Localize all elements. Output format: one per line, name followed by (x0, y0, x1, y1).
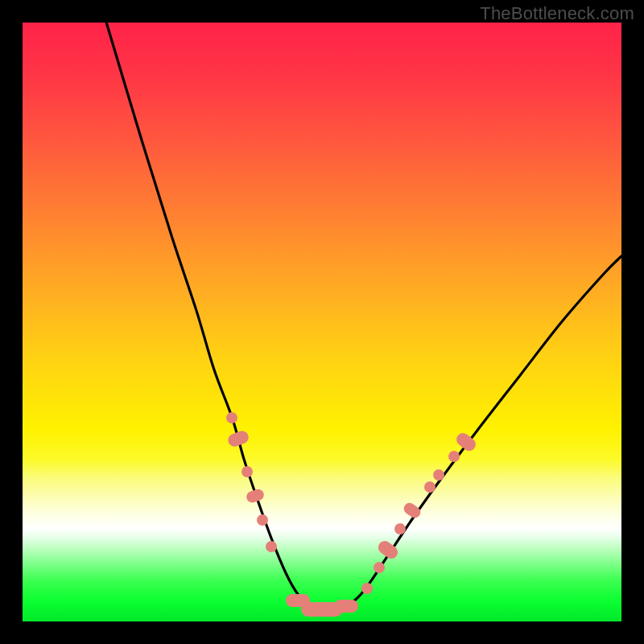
markers-layer (23, 23, 621, 621)
data-marker (394, 523, 406, 535)
data-marker (334, 600, 358, 613)
data-marker (448, 451, 460, 462)
data-marker (257, 514, 268, 526)
data-marker (374, 562, 385, 573)
data-marker (361, 583, 373, 594)
data-marker (226, 412, 237, 423)
data-marker (453, 430, 477, 453)
data-marker (266, 541, 277, 552)
watermark-text: TheBottleneck.com (480, 3, 634, 24)
data-marker (433, 469, 444, 481)
data-marker (376, 539, 400, 561)
data-marker (242, 466, 253, 477)
data-marker (424, 481, 436, 493)
plot-area (23, 23, 621, 621)
data-marker (226, 429, 250, 448)
data-marker (402, 501, 423, 520)
chart-frame: TheBottleneck.com (0, 0, 644, 644)
data-marker (245, 488, 265, 504)
